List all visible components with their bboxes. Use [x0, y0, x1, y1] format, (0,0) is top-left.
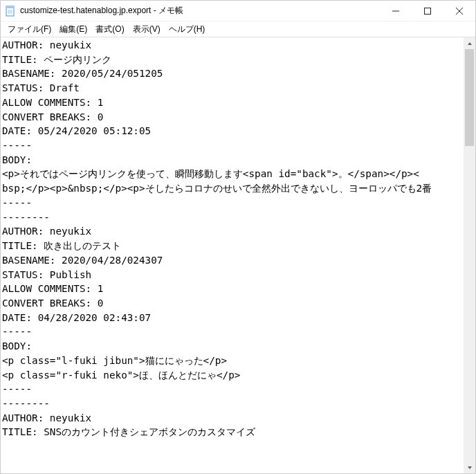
content-area: AUTHOR: neyukix TITLE: ページ内リンク BASENAME:…: [1, 37, 475, 473]
menu-format[interactable]: 書式(O): [91, 22, 128, 37]
scrollbar-track[interactable]: [464, 49, 475, 462]
menu-help[interactable]: ヘルプ(H): [165, 22, 210, 37]
maximize-button[interactable]: [412, 1, 443, 21]
menubar: ファイル(F) 編集(E) 書式(O) 表示(V) ヘルプ(H): [1, 21, 475, 37]
scroll-down-button[interactable]: [464, 462, 475, 473]
menu-view[interactable]: 表示(V): [129, 22, 165, 37]
notepad-icon: [5, 6, 16, 17]
menu-file[interactable]: ファイル(F): [3, 22, 55, 37]
close-button[interactable]: [443, 1, 475, 21]
minimize-button[interactable]: [380, 1, 412, 21]
scrollbar-thumb[interactable]: [465, 49, 474, 146]
titlebar: customize-test.hatenablog.jp.export - メモ…: [1, 1, 475, 21]
window-title: customize-test.hatenablog.jp.export - メモ…: [20, 5, 380, 17]
vertical-scrollbar[interactable]: [464, 37, 475, 473]
svg-rect-1: [6, 6, 14, 8]
text-editor[interactable]: AUTHOR: neyukix TITLE: ページ内リンク BASENAME:…: [1, 37, 464, 473]
svg-rect-6: [425, 8, 431, 15]
menu-edit[interactable]: 編集(E): [55, 22, 91, 37]
scroll-up-button[interactable]: [464, 37, 475, 49]
window-controls: [380, 1, 475, 21]
